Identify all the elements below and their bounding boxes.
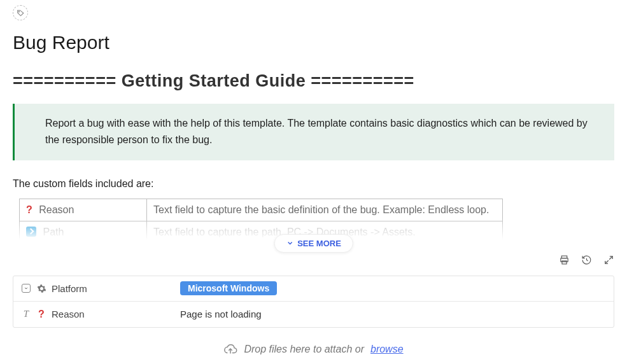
reference-table-wrap: ? Reason Text field to capture the basic… [13,199,614,244]
intro-text: The custom fields included are: [13,178,614,190]
platform-value[interactable]: Microsoft Windows [173,276,614,300]
page-title: Bug Report [13,32,614,53]
callout-text: Report a bug with ease with the help of … [45,118,588,145]
field-block: Platform Microsoft Windows T ? Reason Pa… [13,276,614,328]
gear-icon [36,284,46,293]
reason-label: Reason [52,309,85,319]
ref-row-name: Path [43,227,64,237]
history-icon [581,255,592,265]
guide-heading: ========== Getting Started Guide =======… [13,71,614,91]
reference-table: ? Reason Text field to capture the basic… [19,199,503,244]
table-row: ? Reason Text field to capture the basic… [20,199,503,221]
chevron-down-icon [286,239,293,247]
browse-link[interactable]: browse [370,344,404,355]
svg-point-0 [18,11,19,11]
attachment-dropzone[interactable]: Drop files here to attach or browse [0,335,627,364]
dropzone-text: Drop files here to attach or [244,344,364,355]
reason-value[interactable]: Page is not loading [173,304,614,325]
print-button[interactable] [559,255,570,265]
platform-label: Platform [52,283,87,294]
tag-icon [17,9,25,17]
platform-pill: Microsoft Windows [180,281,277,295]
field-row-reason[interactable]: T ? Reason Page is not loading [13,302,614,327]
info-callout: Report a bug with ease with the help of … [13,104,614,160]
svg-rect-3 [562,261,567,264]
tag-icon-button[interactable] [13,5,28,20]
print-icon [559,255,570,265]
expand-icon [603,255,614,265]
ref-row-name: Reason [39,204,74,215]
question-icon: ? [26,204,32,215]
ref-row-desc: Text field to capture the basic definiti… [147,199,503,221]
see-more-label: SEE MORE [297,239,341,248]
cloud-upload-icon [223,342,237,356]
history-button[interactable] [581,255,592,265]
text-type-icon: T [21,309,31,319]
expand-button[interactable] [603,255,614,265]
arrow-box-icon [26,227,36,237]
question-icon: ? [36,309,46,320]
table-row: Path Text field to capture the path. PC … [20,221,503,243]
see-more-button[interactable]: SEE MORE [274,234,353,253]
field-row-platform[interactable]: Platform Microsoft Windows [13,276,614,302]
dropdown-type-icon [21,284,31,293]
action-icon-bar [559,255,614,265]
